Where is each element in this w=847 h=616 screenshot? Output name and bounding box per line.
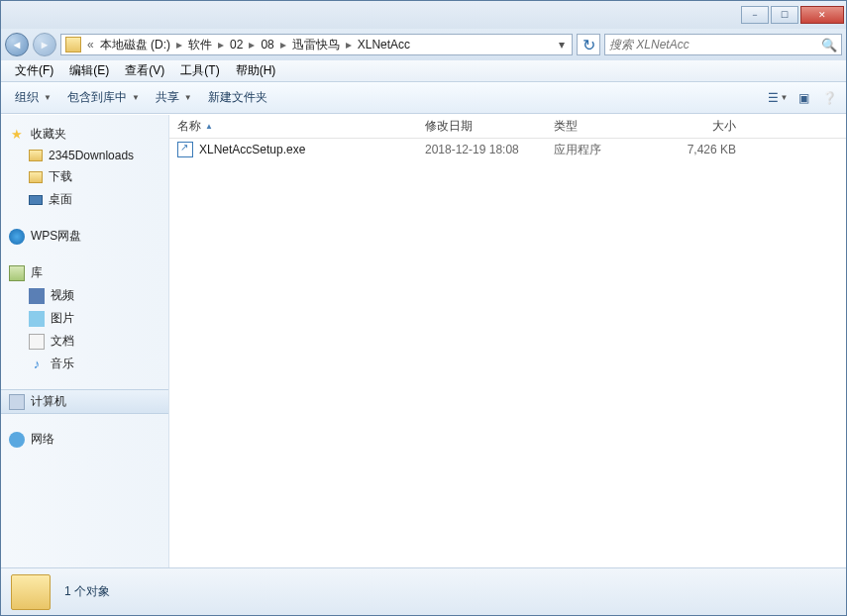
sidebar-item-2345downloads[interactable]: 2345Downloads [1, 146, 168, 165]
breadcrumb-seg-5[interactable]: XLNetAcc [354, 38, 414, 51]
sidebar-item-music[interactable]: ♪音乐 [1, 353, 168, 375]
menubar: 文件(F) 编辑(E) 查看(V) 工具(T) 帮助(H) [1, 60, 846, 82]
computer-icon [9, 394, 25, 410]
chevron-down-icon: ▼ [184, 93, 192, 102]
search-icon: 🔍 [821, 38, 837, 52]
cloud-icon [9, 229, 25, 245]
sidebar-computer-header[interactable]: 计算机 [1, 389, 168, 414]
breadcrumb-seg-3[interactable]: 08 [257, 38, 277, 51]
search-box[interactable]: 🔍 [604, 34, 842, 55]
search-input[interactable] [609, 38, 821, 51]
menu-file[interactable]: 文件(F) [7, 60, 61, 81]
sidebar-item-documents[interactable]: 文档 [1, 330, 168, 353]
col-date-header[interactable]: 修改日期 [417, 118, 546, 135]
breadcrumb-dropdown-icon[interactable]: ▾ [554, 38, 570, 51]
desktop-icon [29, 195, 43, 205]
exe-icon [177, 142, 193, 157]
maximize-button[interactable]: ☐ [771, 6, 798, 24]
library-icon [9, 265, 25, 281]
folder-icon [29, 150, 43, 161]
menu-tools[interactable]: 工具(T) [172, 60, 227, 81]
star-icon: ★ [9, 127, 25, 143]
picture-icon [29, 311, 45, 327]
document-icon [29, 334, 45, 350]
address-bar: ◄ ► « 本地磁盘 (D:)▸ 软件▸ 02▸ 08▸ 迅雷快鸟▸ XLNet… [1, 29, 846, 60]
new-folder-button[interactable]: 新建文件夹 [200, 85, 275, 110]
sidebar: ★收藏夹 2345Downloads 下载 桌面 WPS网盘 库 视频 图片 文… [1, 115, 169, 567]
file-list: XLNetAccSetup.exe 2018-12-19 18:08 应用程序 … [169, 139, 846, 567]
menu-edit[interactable]: 编辑(E) [61, 60, 117, 81]
folder-icon [65, 37, 81, 52]
sidebar-item-videos[interactable]: 视频 [1, 284, 168, 307]
col-size-header[interactable]: 大小 [655, 118, 744, 135]
col-name-header[interactable]: 名称▲ [169, 118, 417, 135]
folder-large-icon [11, 574, 51, 610]
menu-view[interactable]: 查看(V) [117, 60, 172, 81]
sidebar-item-desktop[interactable]: 桌面 [1, 188, 168, 211]
include-lib-button[interactable]: 包含到库中▼ [59, 85, 148, 110]
status-bar: 1 个对象 [1, 567, 846, 615]
back-button[interactable]: ◄ [5, 33, 29, 56]
breadcrumb[interactable]: « 本地磁盘 (D:)▸ 软件▸ 02▸ 08▸ 迅雷快鸟▸ XLNetAcc … [60, 34, 573, 55]
breadcrumb-seg-4[interactable]: 迅雷快鸟 [288, 37, 344, 53]
breadcrumb-prefix: « [85, 38, 96, 51]
col-type-header[interactable]: 类型 [546, 118, 655, 135]
sidebar-network-header[interactable]: 网络 [1, 428, 168, 451]
breadcrumb-seg-1[interactable]: 软件 [184, 37, 216, 53]
column-headers: 名称▲ 修改日期 类型 大小 [169, 115, 846, 139]
content-area: 名称▲ 修改日期 类型 大小 XLNetAccSetup.exe 2018-12… [169, 115, 846, 567]
titlebar[interactable]: − ☐ ✕ [1, 1, 846, 29]
help-button[interactable]: ❔ [818, 87, 840, 109]
video-icon [29, 288, 45, 304]
share-button[interactable]: 共享▼ [148, 85, 200, 110]
view-options-button[interactable]: ☰▼ [767, 87, 789, 109]
folder-icon [29, 171, 43, 183]
sidebar-wps-header[interactable]: WPS网盘 [1, 225, 168, 248]
explorer-window: − ☐ ✕ ◄ ► « 本地磁盘 (D:)▸ 软件▸ 02▸ 08▸ 迅雷快鸟▸… [0, 0, 847, 616]
sidebar-item-download[interactable]: 下载 [1, 165, 168, 188]
music-icon: ♪ [29, 357, 45, 372]
file-size: 7,426 KB [655, 143, 744, 156]
sort-asc-icon: ▲ [205, 122, 213, 131]
organize-button[interactable]: 组织▼ [7, 85, 59, 110]
main-layout: ★收藏夹 2345Downloads 下载 桌面 WPS网盘 库 视频 图片 文… [1, 114, 846, 567]
forward-button[interactable]: ► [33, 33, 56, 56]
menu-help[interactable]: 帮助(H) [228, 60, 284, 81]
close-button[interactable]: ✕ [800, 6, 844, 24]
minimize-button[interactable]: − [741, 6, 769, 24]
table-row[interactable]: XLNetAccSetup.exe 2018-12-19 18:08 应用程序 … [169, 139, 846, 160]
refresh-button[interactable]: ↻ [577, 34, 600, 55]
toolbar: 组织▼ 包含到库中▼ 共享▼ 新建文件夹 ☰▼ ▣ ❔ [1, 82, 846, 114]
chevron-down-icon: ▼ [44, 93, 52, 102]
breadcrumb-seg-2[interactable]: 02 [226, 38, 247, 51]
file-type: 应用程序 [546, 142, 655, 158]
sidebar-item-pictures[interactable]: 图片 [1, 307, 168, 330]
network-icon [9, 432, 25, 448]
preview-pane-button[interactable]: ▣ [793, 87, 814, 109]
file-name: XLNetAccSetup.exe [199, 143, 305, 156]
sidebar-libraries-header[interactable]: 库 [1, 261, 168, 284]
sidebar-favorites-header[interactable]: ★收藏夹 [1, 123, 168, 146]
chevron-down-icon: ▼ [132, 93, 140, 102]
status-object-count: 1 个对象 [64, 583, 110, 600]
file-date: 2018-12-19 18:08 [417, 143, 546, 156]
breadcrumb-seg-drive[interactable]: 本地磁盘 (D:) [96, 37, 174, 53]
